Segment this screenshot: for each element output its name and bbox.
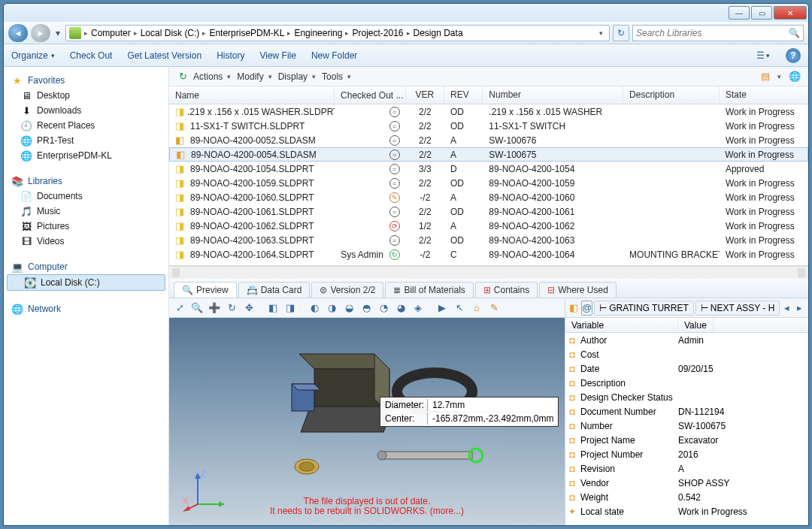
sidebar-item-music[interactable]: 🎵Music [4,204,168,219]
edges-icon[interactable]: ◓ [359,301,374,316]
prop-at-icon[interactable]: @ [581,301,592,316]
search-box[interactable]: 🔍 [632,25,804,41]
col-rev[interactable]: REV [444,86,483,104]
property-row[interactable]: ◘Project Number2016 [565,447,808,461]
property-row[interactable]: ◘Project NameExcavator [565,433,808,447]
property-row[interactable]: ◘Description [565,376,808,390]
sidebar-computer[interactable]: 💻Computer [4,259,168,274]
pcol-variable[interactable]: Variable [565,318,678,332]
refresh-button[interactable]: ↻ [613,25,629,41]
table-row[interactable]: ◨89-NOAO-4200-1062.SLDPRT⟳1/2A89-NOAO-42… [169,219,808,233]
wire-icon[interactable]: ◑ [324,301,339,316]
newfolder-button[interactable]: New Folder [311,50,357,61]
section-icon[interactable]: ◕ [393,301,408,316]
zoom-area-icon[interactable]: 🔍 [189,301,205,316]
tab-bom[interactable]: ≣Bill of Materials [385,282,473,298]
tab-whereused[interactable]: ⊟Where Used [539,282,617,298]
minimize-button[interactable]: — [729,6,750,20]
sidebar-favorites[interactable]: ★Favorites [4,73,168,88]
sidebar-item-videos[interactable]: 🎞Videos [4,234,168,249]
home-icon[interactable]: ⌂ [469,301,484,316]
property-row[interactable]: ◘Document NumberDN-112194 [565,404,808,419]
breadcrumb[interactable]: Engineering [294,28,342,38]
sidebar-item-pictures[interactable]: 🖼Pictures [4,219,168,234]
hidden-icon[interactable]: ◒ [341,301,356,316]
sidebar-libraries[interactable]: 📚Libraries [4,174,168,189]
col-desc[interactable]: Description [623,86,720,104]
organize-menu[interactable]: Organize▾ [11,50,55,61]
select-icon[interactable]: ↖ [452,301,467,316]
globe-icon[interactable]: 🌐 [787,69,802,84]
table-row[interactable]: ◨89-NOAO-4200-1064.SLDPRTSys Admin↻-/2C8… [169,247,808,261]
breadcrumb[interactable]: Design Data [414,28,463,38]
property-row[interactable]: ◘RevisionA [565,461,808,476]
shade-icon[interactable]: ◐ [307,301,322,316]
sidebar-item-documents[interactable]: 📄Documents [4,189,168,204]
address-dropdown[interactable]: ▾ [596,29,606,37]
rotate-icon[interactable]: ↻ [224,301,239,316]
table-row[interactable]: ◧89-NOAO-4200-0052.SLDASM=2/2ASW-100676W… [169,133,808,147]
table-row[interactable]: ◨89-NOAO-4200-1061.SLDPRT=2/2OD89-NOAO-4… [169,204,808,219]
nav-forward-button[interactable]: ► [31,24,50,42]
ptab-grating[interactable]: ⊢GRATING TURRET [594,301,694,316]
nav-history-dropdown[interactable]: ▾ [53,24,62,42]
sidebar-item-localdisk[interactable]: 💽Local Disk (C:) [7,274,165,291]
view-iso-icon[interactable]: ◧ [265,301,280,316]
zoom-fit-icon[interactable]: ⤢ [172,301,187,316]
search-input[interactable] [636,28,786,38]
refresh-icon[interactable]: ↻ [175,69,190,84]
tree-icon[interactable]: ▤ [758,69,773,84]
view-front-icon[interactable]: ◨ [283,301,298,316]
col-number[interactable]: Number [483,86,623,104]
pcol-value[interactable]: Value [678,318,714,332]
maximize-button[interactable]: ▭ [751,6,772,20]
titlebar[interactable]: — ▭ ✕ [4,4,808,22]
property-row[interactable]: ◘AuthorAdmin [565,333,808,347]
col-name[interactable]: Name [169,86,335,104]
tab-contains[interactable]: ⊞Contains [475,282,538,298]
table-row[interactable]: ◨89-NOAO-4200-1063.SLDPRT=2/2OD89-NOAO-4… [169,233,808,247]
property-row[interactable]: ◘Cost [565,347,808,361]
table-row[interactable]: ◨89-NOAO-4200-1060.SLDPRT✎-/2A89-NOAO-42… [169,190,808,204]
sidebar-item-downloads[interactable]: ⬇Downloads [4,103,168,118]
checkout-button[interactable]: Check Out [70,50,113,61]
tab-datacard[interactable]: 📇Data Card [238,282,311,298]
help-button[interactable]: ? [786,48,801,63]
breadcrumb[interactable]: Local Disk (C:) [141,28,200,38]
zoom-in-icon[interactable]: ➕ [207,301,222,316]
table-row[interactable]: ◨89-NOAO-4200-1054.SLDPRT=3/3D89-NOAO-42… [169,162,808,176]
col-state[interactable]: State [720,86,808,104]
col-ver[interactable]: VER [406,86,444,104]
breadcrumb[interactable]: EnterprisePDM-KL [209,28,284,38]
view-options-button[interactable]: ☰▾ [756,48,771,63]
property-row[interactable]: ✦Local stateWork in Progress [565,504,808,518]
preview-canvas[interactable]: Diameter:12.7mm Center:-165.872mm,-23.49… [169,318,565,525]
breadcrumb[interactable]: Computer [91,28,131,38]
history-button[interactable]: History [217,50,244,61]
sidebar-item-desktop[interactable]: 🖥Desktop [4,88,168,103]
property-row[interactable]: ◘VendorSHOP ASSY [565,476,808,490]
close-button[interactable]: ✕ [774,6,807,20]
property-row[interactable]: ◘NumberSW-100675 [565,419,808,433]
tab-version[interactable]: ⊜Version 2/2 [311,282,383,298]
viewfile-button[interactable]: View File [259,50,295,61]
table-row[interactable]: ◨11-SX1-T SWITCH.SLDPRT=2/2OD11-SX1-T SW… [169,119,808,133]
animate-icon[interactable]: ▶ [435,301,450,316]
property-row[interactable]: ◘Design Checker Status [565,390,808,404]
table-row[interactable]: ◨89-NOAO-4200-1059.SLDPRT=2/2OD89-NOAO-4… [169,176,808,190]
property-row[interactable]: ◘Weight0.542 [565,490,808,504]
file-list[interactable]: ◨.219 x .156 x .015 WASHER.SLDPRT=2/2OD.… [169,104,808,266]
ptab-scroll-left[interactable]: ◂ [781,301,792,316]
table-row[interactable]: ◨.219 x .156 x .015 WASHER.SLDPRT=2/2OD.… [169,104,808,119]
horizontal-scrollbar[interactable] [169,266,808,279]
perspective-icon[interactable]: ◔ [376,301,391,316]
sidebar-item-recent[interactable]: 🕘Recent Places [4,118,168,133]
modify-menu[interactable]: Modify [237,71,263,82]
sidebar-item-pr1test[interactable]: 🌐PR1-Test [4,133,168,148]
property-row[interactable]: ◘Date09/20/15 [565,361,808,376]
properties-list[interactable]: ◘AuthorAdmin◘Cost◘Date09/20/15◘Descripti… [565,333,808,525]
ptab-scroll-right[interactable]: ▸ [794,301,805,316]
actions-menu[interactable]: Actions [193,71,223,82]
pan-icon[interactable]: ✥ [241,301,256,316]
col-checked[interactable]: Checked Out ... [335,86,406,104]
